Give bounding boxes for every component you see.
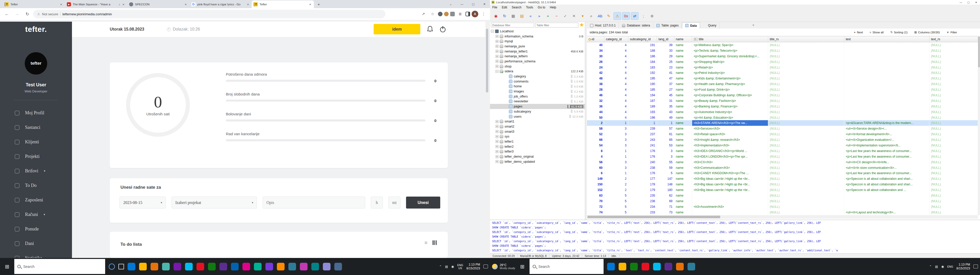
cell-name[interactable]: name [674, 115, 692, 120]
cell-title[interactable]: <h3>CANDY KINGDOM</h3><p>The ... [692, 170, 768, 176]
tree-node[interactable]: − Localhost [490, 29, 585, 34]
cell-lang-id[interactable]: 39 [657, 42, 674, 48]
tab-close-icon[interactable]: ✕ [247, 3, 250, 6]
table-row[interactable]: 54 3 241 53 name <h3>Implementation</h3>… [587, 142, 978, 148]
cell-text[interactable] [844, 59, 929, 65]
network-icon[interactable]: ▤ [445, 265, 448, 269]
column-header[interactable]: text [844, 36, 929, 42]
cell-subcategory-id[interactable]: 237 [628, 131, 657, 137]
cell-text[interactable]: <ul><li>Layout and technology</li>... [844, 210, 929, 215]
expander-icon[interactable]: + [496, 40, 498, 43]
cell-subcategory-id[interactable]: 234 [628, 204, 657, 210]
column-header[interactable]: text_rs [929, 36, 978, 42]
cell-name[interactable]: name [674, 92, 692, 98]
tefter-logo[interactable]: tefter. [0, 22, 72, 37]
table-row[interactable]: 40 4 191 39 name <p>Wellness &amp; Spa</… [587, 42, 978, 48]
cell-title[interactable]: <h3>Communication</h3> [692, 165, 768, 171]
taskbar-app-icon[interactable] [277, 263, 285, 270]
cell-id[interactable]: 2 [587, 120, 605, 126]
cell-subcategory-id[interactable]: 194 [628, 92, 657, 98]
cell-name[interactable]: name [674, 137, 692, 142]
cell-category-id[interactable]: 3 [605, 165, 628, 171]
database-filter-input[interactable] [491, 23, 534, 27]
cell-id[interactable]: 46 [587, 92, 605, 98]
taskbar-app-icon[interactable] [687, 263, 695, 270]
cell-lang-id[interactable]: 37 [657, 81, 674, 87]
toolbar-icon[interactable]: ▾ [579, 12, 587, 20]
cell-text[interactable] [844, 104, 929, 109]
cookie-extension-icon[interactable] [444, 12, 449, 16]
cell-title[interactable]: <h3>IDEA ORGANIC</h3><p>World ... [692, 148, 768, 154]
tree-node[interactable]: + mysql [490, 39, 585, 44]
project-select[interactable]: Izaberi projekat ▾ [172, 197, 257, 209]
start-button[interactable]: ⊞ [0, 258, 14, 275]
cell-category-id[interactable]: 4 [605, 48, 628, 54]
cell-id[interactable]: 50 [587, 115, 605, 120]
sidebar-item[interactable]: Brifovi ▾ [0, 164, 72, 178]
cell-id[interactable]: 4 [587, 154, 605, 160]
cell-name[interactable]: name [674, 165, 692, 171]
cell-text-rs[interactable]: (NULL) [929, 92, 978, 98]
cell-id[interactable]: 54 [587, 142, 605, 148]
taskbar-app-icon[interactable] [665, 263, 672, 270]
close-button[interactable]: ✕ [972, 1, 980, 4]
tree-node[interactable]: + smart2 [490, 124, 585, 129]
cell-title[interactable]: <h3>STARK ARENA</h3><p>The sw... [692, 120, 768, 126]
close-button[interactable]: ✕ [479, 0, 490, 8]
expander-icon[interactable]: + [496, 150, 498, 153]
cell-category-id[interactable]: 1 [605, 170, 628, 176]
cell-name[interactable]: name [674, 109, 692, 115]
cell-name[interactable]: name [674, 65, 692, 70]
cell-name[interactable]: name [674, 131, 692, 137]
cell-title[interactable]: <p>Automotive Industry</p> [692, 109, 768, 115]
cell-title-rs[interactable]: (NULL) [768, 198, 844, 204]
expander-icon[interactable]: + [496, 120, 498, 123]
cell-id[interactable]: 6 [587, 170, 605, 176]
cell-lang-id[interactable]: 61 [657, 131, 674, 137]
cell-id[interactable]: 32 [587, 98, 605, 104]
cell-lang-id[interactable]: 147 [657, 176, 674, 182]
cell-name[interactable]: name [674, 48, 692, 54]
cell-subcategory-id[interactable]: 186 [628, 54, 657, 59]
tree-node[interactable]: + tefter_demo_original [490, 154, 585, 159]
expander-icon[interactable]: − [491, 30, 494, 33]
cell-text[interactable]: <p>Speccon is all about collaboration an… [844, 176, 929, 182]
expander-icon[interactable]: + [496, 35, 498, 38]
cell-name[interactable]: name [674, 87, 692, 92]
taskbar-app-icon[interactable] [607, 263, 615, 270]
language-indicator[interactable]: ENGUS [457, 264, 463, 270]
expander-icon[interactable]: + [496, 155, 498, 158]
cell-category-id[interactable]: 5 [605, 210, 628, 215]
taskbar-app-icon[interactable] [300, 263, 307, 270]
cell-name[interactable]: name [674, 187, 692, 193]
user-avatar[interactable]: tefter [25, 52, 47, 74]
cell-subcategory-id[interactable]: 196 [628, 115, 657, 120]
page-scrollbar[interactable] [485, 22, 489, 258]
taskbar-search[interactable]: Search [530, 259, 604, 274]
sidebar-item[interactable]: Projekti [0, 149, 72, 164]
tree-node[interactable]: job_offers 1.0 KiB [490, 94, 585, 99]
cell-category-id[interactable]: 3 [605, 142, 628, 148]
cell-text-rs[interactable]: (NULL) [929, 142, 978, 148]
cell-subcategory-id[interactable]: 240 [628, 160, 657, 165]
cell-lang-id[interactable]: 45 [657, 92, 674, 98]
checkin-button[interactable]: idem [374, 24, 420, 34]
taskbar-app-icon[interactable] [151, 263, 158, 270]
taskbar-app-icon[interactable] [162, 263, 170, 270]
sidebar-item[interactable]: Zaposleni [0, 193, 72, 207]
cell-title-rs[interactable]: (NULL) [768, 154, 844, 160]
cell-title[interactable] [692, 193, 768, 198]
bell-icon[interactable] [427, 26, 433, 33]
cell-text-rs[interactable]: (NULL) [929, 176, 978, 182]
toolbar-icon[interactable]: ▤ [518, 12, 526, 20]
cell-title-rs[interactable]: (NULL) [768, 87, 844, 92]
cell-text[interactable]: <ul><li>format development</li>... [844, 131, 929, 137]
cell-text-rs[interactable]: (NULL) [929, 48, 978, 54]
session-tab[interactable]: Database: sidera [619, 22, 653, 28]
cell-category-id[interactable]: 2 [605, 176, 628, 182]
cell-name[interactable]: name [674, 81, 692, 87]
cell-category-id[interactable]: 1 [605, 154, 628, 160]
cell-title-rs[interactable]: (NULL) [768, 126, 844, 131]
table-filter-input[interactable] [535, 23, 578, 27]
volume-icon[interactable]: ◉ [451, 265, 454, 269]
